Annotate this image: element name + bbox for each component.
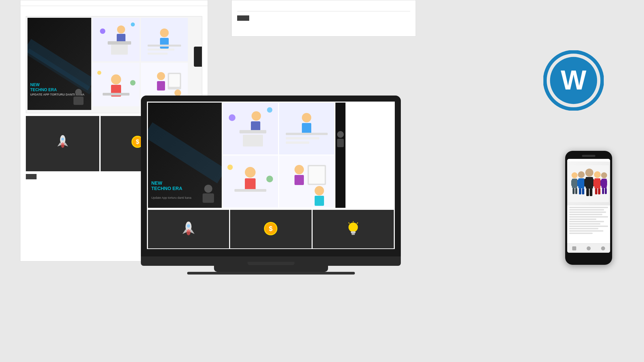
svg-point-90 [572, 172, 578, 178]
svg-rect-70 [309, 166, 325, 184]
svg-rect-95 [575, 188, 577, 194]
laptop-clean-card [313, 210, 394, 248]
svg-rect-99 [582, 180, 584, 186]
svg-point-9 [100, 28, 105, 34]
svg-point-58 [227, 165, 233, 170]
svg-rect-72 [315, 196, 324, 206]
phone-nav-icon-3 [601, 246, 605, 251]
svg-rect-98 [577, 180, 580, 186]
laptop-foot [187, 272, 355, 275]
svg-point-2 [75, 89, 82, 96]
laptop-illus-2 [223, 156, 278, 207]
svg-line-87 [357, 223, 358, 224]
phone-nav [567, 159, 610, 162]
svg-rect-84 [351, 231, 356, 233]
svg-point-71 [315, 186, 324, 195]
laptop-bulb-icon [346, 221, 361, 236]
svg-line-0 [28, 45, 91, 85]
laptop-service-cards: $ [147, 209, 395, 248]
svg-text:$: $ [136, 138, 139, 145]
svg-point-83 [348, 223, 358, 232]
svg-rect-112 [595, 188, 597, 194]
svg-rect-101 [582, 188, 584, 194]
grid-light-3 [141, 18, 188, 61]
svg-rect-105 [591, 179, 594, 187]
svg-rect-85 [352, 233, 355, 235]
svg-rect-110 [593, 180, 596, 186]
laptop-figure-svg [197, 183, 220, 206]
svg-rect-8 [111, 45, 128, 55]
svg-point-53 [267, 107, 272, 113]
phone-bottom-nav [567, 243, 610, 253]
phone-mockup [565, 151, 612, 265]
svg-rect-25 [157, 81, 165, 90]
svg-rect-66 [279, 156, 334, 207]
article-panel [231, 0, 416, 37]
phone-nav-icon-2 [586, 246, 591, 251]
svg-point-67 [294, 165, 304, 174]
laptop-grid-sub: Update App torturu danti kana [151, 196, 192, 199]
phone-screen [567, 159, 610, 253]
svg-point-33 [61, 138, 64, 140]
laptop-illus-4 [279, 156, 334, 207]
blog-navigation [20, 0, 208, 6]
laptop-light-2 [223, 156, 278, 207]
svg-rect-51 [243, 135, 263, 146]
svg-point-102 [585, 169, 593, 177]
wp-is-good-button[interactable] [26, 174, 37, 179]
rocket-icon [56, 135, 69, 148]
svg-rect-27 [169, 74, 180, 87]
svg-rect-107 [590, 189, 592, 196]
svg-point-48 [252, 111, 261, 121]
svg-point-52 [229, 114, 235, 121]
svg-point-12 [111, 74, 121, 84]
phone-text-line-9 [569, 226, 608, 227]
phone-text-line-1 [569, 207, 608, 208]
phone-text-line-10 [569, 228, 598, 229]
illustration-2-svg [93, 63, 140, 106]
phone-text-line-3 [569, 212, 606, 213]
grid-figure-svg [68, 87, 89, 107]
phone-nav-icon-1 [572, 246, 577, 251]
svg-rect-57 [234, 189, 266, 192]
grid-item-dark: NEWTECHNO ERA Update App torturu danti k… [28, 18, 91, 110]
phone-text-line-8 [569, 223, 600, 225]
svg-rect-74 [337, 139, 344, 147]
svg-rect-3 [73, 97, 84, 105]
svg-rect-46 [203, 193, 214, 203]
laptop-dollar-icon: $ [263, 221, 278, 236]
wordpress-circle-logo: W [543, 50, 604, 111]
svg-rect-20 [148, 45, 181, 47]
phone-text-line-4 [569, 214, 602, 215]
svg-point-108 [594, 171, 601, 178]
svg-rect-94 [573, 188, 575, 194]
laptop-grid-text: NEWTECHNO ERA [151, 180, 182, 191]
article-separator [237, 11, 410, 11]
laptop-base [141, 256, 401, 266]
svg-rect-63 [286, 133, 328, 135]
svg-point-121 [587, 246, 591, 250]
svg-point-114 [601, 172, 607, 178]
svg-rect-14 [103, 93, 129, 96]
phone-body [565, 151, 612, 265]
laptop-edge-dark [335, 103, 345, 208]
grid-edge-dark [194, 47, 202, 67]
svg-rect-116 [600, 180, 602, 186]
laptop-free-card: $ [230, 210, 311, 248]
svg-point-15 [97, 71, 101, 75]
laptop-light-3 [279, 103, 334, 155]
laptop-body: NEWTECHNO ERA Update App torturu danti k… [141, 96, 401, 256]
wp-never-die-button[interactable] [237, 15, 249, 21]
service-card-seo [26, 116, 99, 171]
phone-text-line-11 [569, 230, 603, 232]
svg-rect-119 [605, 188, 607, 194]
svg-rect-50 [239, 130, 266, 133]
grid-light-1 [93, 18, 140, 61]
phone-text-line-12 [569, 233, 593, 234]
svg-point-59 [266, 176, 273, 182]
blog-title-section [20, 6, 208, 15]
svg-point-24 [157, 72, 165, 80]
svg-text:W: W [561, 65, 587, 95]
svg-point-10 [131, 22, 135, 26]
phone-text-line-2 [569, 209, 604, 210]
